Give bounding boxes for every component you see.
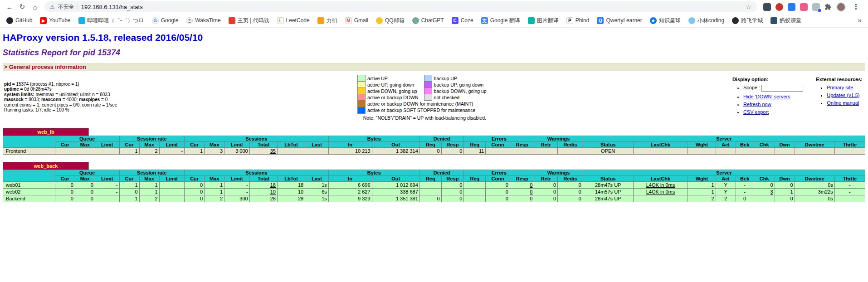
column-header: Thrtle xyxy=(834,175,865,181)
bookmark-item[interactable]: 文Google 翻译 xyxy=(481,17,520,24)
option-link[interactable]: Updates (v1.5) xyxy=(827,92,859,98)
back-icon[interactable]: ← xyxy=(4,1,15,12)
option-link[interactable]: Primary site xyxy=(827,85,853,90)
stat-cell: 0 xyxy=(736,195,754,202)
bookmark-item[interactable]: PPhind xyxy=(566,17,590,24)
bookmark-item[interactable]: 路飞学城 xyxy=(732,17,763,24)
stat-cell[interactable]: 10 xyxy=(249,188,277,195)
option-link[interactable]: Hide 'DOWN' servers xyxy=(743,94,790,99)
bookmark-item[interactable]: CCoze xyxy=(452,17,473,24)
stats-row-Frontend: Frontend12-133 0003510 2131 382 3140011O… xyxy=(3,147,865,154)
stats-row-Backend: Backend00120230028281s9 3231 351 3810000… xyxy=(3,195,865,202)
row-name: web01 xyxy=(3,181,55,188)
bookmark-item[interactable]: ★知识星球 xyxy=(650,17,681,24)
browser-menu-icon[interactable]: ⋮ xyxy=(850,3,862,11)
bookmark-item[interactable]: MGmail xyxy=(345,17,368,24)
proxy-name-tab[interactable]: web_lb xyxy=(3,128,89,136)
bookmark-item[interactable]: QQwertyLearner xyxy=(597,17,642,24)
bookmark-item[interactable]: GitHub xyxy=(6,17,32,24)
column-header: Dwn xyxy=(775,175,795,181)
security-warning-icon: ⚠ xyxy=(50,4,55,10)
stat-cell xyxy=(716,147,736,154)
column-group-header: Bytes xyxy=(328,136,419,141)
stat-cell[interactable]: 0 xyxy=(510,181,534,188)
stats-table-web_back: web_backQueueSession rateSessionsBytesDe… xyxy=(3,162,865,202)
image-translate-favicon xyxy=(528,17,535,24)
column-header: Max xyxy=(139,175,159,181)
stat-cell: 0 xyxy=(534,188,558,195)
profile-avatar[interactable] xyxy=(836,2,846,12)
column-header: Out xyxy=(372,175,419,181)
home-icon[interactable]: ⌂ xyxy=(29,1,41,12)
column-header: Chk xyxy=(754,141,775,147)
stat-cell: 1 xyxy=(139,188,159,195)
stat-cell: 0 xyxy=(55,181,75,188)
chatgpt-favicon xyxy=(412,17,419,24)
option-item: Online manual xyxy=(827,100,863,106)
stat-cell: 0 xyxy=(486,181,510,188)
bookmark-item[interactable]: QQ邮箱 xyxy=(376,17,405,24)
extension-icon-4[interactable] xyxy=(800,3,808,11)
stats-tables: web_lbQueueSession rateSessionsBytesDeni… xyxy=(3,128,865,202)
proxy-name-tab[interactable]: web_back xyxy=(3,162,89,170)
stat-cell: 0 xyxy=(185,181,205,188)
column-group-header: Server xyxy=(583,136,865,141)
google-favicon: G xyxy=(152,17,159,24)
stat-cell[interactable]: 28 xyxy=(249,195,277,202)
bookmarks-bar: GitHub▶YouTube哔哩哔哩（゜-゜）つロGGoogle◷WakaTim… xyxy=(0,14,868,28)
stat-cell: 0 xyxy=(119,188,139,195)
column-header: Total xyxy=(249,141,277,147)
column-header: Thrtle xyxy=(834,141,865,147)
stat-cell: 6s xyxy=(305,188,329,195)
bookmark-item[interactable]: ChatGPT xyxy=(412,17,444,24)
stat-cell: 1 xyxy=(688,181,716,188)
haproxy-version-link[interactable]: HAProxy version 1.5.18, released 2016/05… xyxy=(3,32,203,43)
stat-cell[interactable]: 35 xyxy=(249,147,277,154)
stat-cell[interactable]: 0 xyxy=(510,195,534,202)
bookmarks-overflow-icon[interactable]: » xyxy=(853,16,862,24)
bookmark-item[interactable]: 小林coding xyxy=(688,17,724,24)
bookmark-item[interactable]: 主页 | 代码战 xyxy=(229,17,269,24)
column-group-header: Sessions xyxy=(185,136,329,141)
stat-cell: 2 627 xyxy=(328,188,372,195)
scope-input[interactable] xyxy=(761,85,803,92)
stat-cell[interactable]: L4OK in 0ms xyxy=(633,188,688,195)
bookmark-item[interactable]: 哔哩哔哩（゜-゜）つロ xyxy=(78,17,144,24)
stat-cell[interactable]: 3 xyxy=(754,188,775,195)
stat-cell[interactable]: 0 xyxy=(510,188,534,195)
column-header: Limit xyxy=(159,141,185,147)
stat-cell[interactable]: L4OK in 0ms xyxy=(633,181,688,188)
stat-cell: 300 xyxy=(224,195,250,202)
option-link[interactable]: Online manual xyxy=(827,100,859,106)
bookmark-item[interactable]: 蚂蚁课堂 xyxy=(770,17,801,24)
reload-icon[interactable]: ↻ xyxy=(16,1,28,12)
bookmark-star-icon[interactable]: ☆ xyxy=(746,3,751,10)
stat-cell[interactable]: 18 xyxy=(249,181,277,188)
bookmark-item[interactable]: 力扣 xyxy=(317,17,337,24)
phind-favicon: P xyxy=(566,17,573,24)
option-link[interactable]: Refresh now xyxy=(743,102,771,107)
bookmark-item[interactable]: 图片翻译 xyxy=(528,17,559,24)
legend-label: active or backup SOFT STOPPED for mainte… xyxy=(365,107,492,113)
extension-icon-2[interactable] xyxy=(775,3,783,11)
stat-cell: - xyxy=(834,188,865,195)
option-item: CSV export xyxy=(743,109,803,115)
column-group-header: Errors xyxy=(464,136,534,141)
option-link[interactable]: CSV export xyxy=(743,109,769,115)
extension-icon-5[interactable] xyxy=(812,3,820,11)
extension-icon-1[interactable] xyxy=(763,3,771,11)
address-bar[interactable]: ⚠ 不安全 192.168.6.131/ha_stats ☆ xyxy=(44,1,757,12)
bookmark-item[interactable]: ◷WakaTime xyxy=(186,17,220,24)
youtube-favicon: ▶ xyxy=(40,17,47,24)
stat-cell: 0 xyxy=(75,195,95,202)
stat-cell: 0 xyxy=(486,195,510,202)
extension-icon-3[interactable] xyxy=(788,3,795,11)
stat-cell: - xyxy=(95,181,119,188)
stat-cell: 0 xyxy=(558,181,583,188)
legend-color-swatch xyxy=(357,75,365,82)
stat-cell: Y xyxy=(716,188,736,195)
bookmark-item[interactable]: GGoogle xyxy=(152,17,179,24)
bookmark-item[interactable]: LLeetCode xyxy=(277,17,310,24)
extensions-puzzle-icon[interactable] xyxy=(824,3,832,10)
bookmark-item[interactable]: ▶YouTube xyxy=(40,17,70,24)
